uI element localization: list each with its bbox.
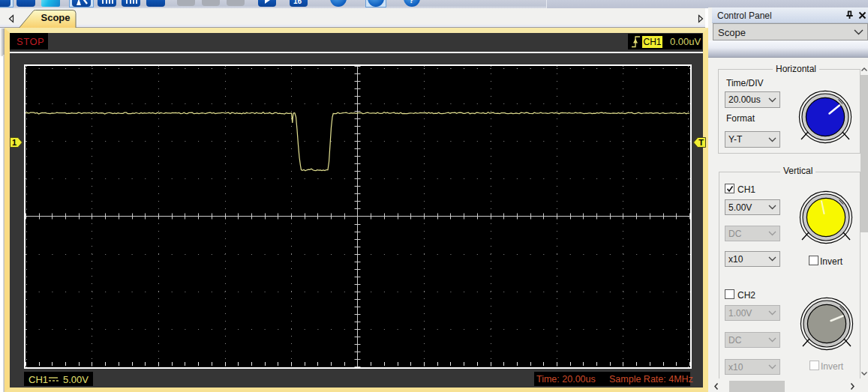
svg-text:1: 1 [12,138,17,147]
svg-text:T: T [698,138,704,147]
